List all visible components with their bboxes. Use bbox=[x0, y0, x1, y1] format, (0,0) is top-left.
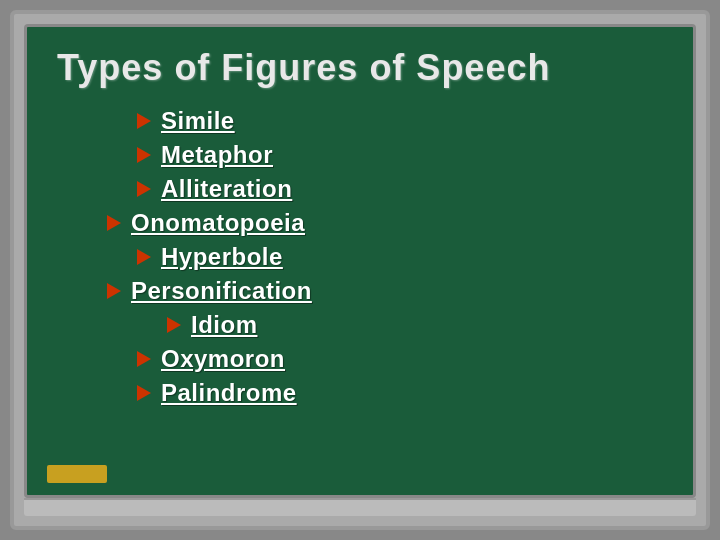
arrow-icon bbox=[137, 113, 151, 129]
list-item: Alliteration bbox=[137, 175, 663, 203]
item-label: Simile bbox=[161, 107, 235, 135]
items-container: SimileMetaphorAlliterationOnomatopoeiaHy… bbox=[57, 107, 663, 407]
list-item: Onomatopoeia bbox=[107, 209, 663, 237]
arrow-icon bbox=[137, 351, 151, 367]
arrow-icon bbox=[137, 385, 151, 401]
item-label: Hyperbole bbox=[161, 243, 283, 271]
item-label: Palindrome bbox=[161, 379, 297, 407]
list-item: Idiom bbox=[167, 311, 663, 339]
item-label: Personification bbox=[131, 277, 312, 305]
list-item: Metaphor bbox=[137, 141, 663, 169]
arrow-icon bbox=[137, 181, 151, 197]
item-label: Onomatopoeia bbox=[131, 209, 305, 237]
eraser bbox=[47, 465, 107, 483]
item-label: Oxymoron bbox=[161, 345, 285, 373]
item-label: Alliteration bbox=[161, 175, 292, 203]
list-item: Hyperbole bbox=[137, 243, 663, 271]
list-item: Personification bbox=[107, 277, 663, 305]
outer-frame: Types of Figures of Speech SimileMetapho… bbox=[10, 10, 710, 530]
arrow-icon bbox=[167, 317, 181, 333]
arrow-icon bbox=[137, 147, 151, 163]
list-item: Oxymoron bbox=[137, 345, 663, 373]
bottom-ledge bbox=[24, 498, 696, 516]
chalkboard: Types of Figures of Speech SimileMetapho… bbox=[24, 24, 696, 498]
arrow-icon bbox=[137, 249, 151, 265]
list-item: Palindrome bbox=[137, 379, 663, 407]
item-label: Metaphor bbox=[161, 141, 273, 169]
list-item: Simile bbox=[137, 107, 663, 135]
arrow-icon bbox=[107, 215, 121, 231]
item-label: Idiom bbox=[191, 311, 258, 339]
arrow-icon bbox=[107, 283, 121, 299]
page-title: Types of Figures of Speech bbox=[57, 47, 663, 89]
